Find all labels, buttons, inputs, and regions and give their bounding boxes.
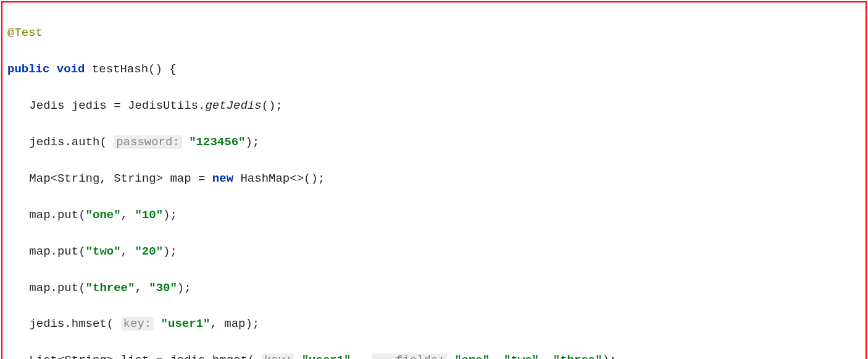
punct: ( <box>107 317 121 331</box>
punct: . <box>51 208 57 222</box>
punct: ); <box>163 245 177 258</box>
punct: , <box>351 353 372 359</box>
keyword-new: new <box>212 172 233 185</box>
type: Jedis <box>29 99 64 112</box>
punct: , <box>135 281 149 295</box>
var: map <box>29 281 50 295</box>
method-call: put <box>57 245 78 258</box>
var: list <box>121 353 149 359</box>
var: jedis <box>72 99 107 112</box>
code-editor-frame: @Test public void testHash() { Jedis jed… <box>1 1 867 359</box>
punct: . <box>205 353 212 359</box>
method-call: auth <box>72 135 100 149</box>
method-call: hmget <box>212 353 248 359</box>
annotation: @Test <box>7 26 43 40</box>
punct: . <box>198 99 205 112</box>
punct: ( <box>99 135 114 149</box>
var: jedis <box>29 317 64 331</box>
string-literal: "10" <box>135 208 163 222</box>
type: List<String> <box>29 353 114 359</box>
param-hint: password: <box>114 135 182 149</box>
string-literal: "user1" <box>161 317 211 331</box>
class-ref: JedisUtils <box>128 99 198 112</box>
punct: () { <box>148 62 177 76</box>
punct: = <box>114 99 128 112</box>
code-line: map.put("three", "30"); <box>7 279 861 297</box>
punct: ); <box>177 281 191 295</box>
code-line: map.put("one", "10"); <box>7 206 861 224</box>
keyword-public: public <box>7 62 49 76</box>
method-call: put <box>57 208 78 222</box>
punct: , <box>121 245 135 258</box>
punct: , <box>539 353 553 359</box>
param-hint: key: <box>262 353 295 359</box>
punct: , <box>210 317 224 331</box>
var: map <box>29 208 50 222</box>
var: map <box>29 245 50 258</box>
string-literal: "three" <box>553 353 603 359</box>
punct: , <box>490 353 504 359</box>
param-hint: key: <box>121 317 154 331</box>
punct: . <box>64 135 71 149</box>
code-line: Jedis jedis = JedisUtils.getJedis(); <box>7 97 861 115</box>
punct: ); <box>245 317 259 331</box>
param-hint: ...fields: <box>372 353 448 359</box>
code-line: List<String> list = jedis.hmget( key: "u… <box>7 352 861 359</box>
method-call: hmset <box>72 317 107 331</box>
punct: . <box>64 317 71 331</box>
punct: ( <box>78 281 85 295</box>
string-literal: "two" <box>504 353 539 359</box>
static-method: getJedis <box>205 99 261 112</box>
method-name: testHash <box>92 62 148 76</box>
string-literal: "two" <box>86 245 121 258</box>
string-literal: "user1" <box>302 353 351 359</box>
punct: ); <box>163 208 177 222</box>
punct: = <box>156 353 170 359</box>
var: map <box>224 317 245 331</box>
punct: . <box>51 245 57 258</box>
punct: ); <box>245 135 259 149</box>
string-literal: "123456" <box>189 135 245 149</box>
constructor: HashMap<>() <box>240 172 317 185</box>
string-literal: "one" <box>454 353 490 359</box>
string-literal: "three" <box>86 281 135 295</box>
punct: , <box>121 208 135 222</box>
punct: (); <box>262 99 283 112</box>
punct: ( <box>78 245 85 258</box>
keyword-void: void <box>57 62 85 76</box>
var: jedis <box>170 353 205 359</box>
var: map <box>170 172 191 185</box>
code-line: public void testHash() { <box>7 61 861 78</box>
code-line: jedis.auth( password: "123456"); <box>7 133 861 151</box>
punct: ( <box>248 353 262 359</box>
punct: ( <box>78 208 85 222</box>
punct: ); <box>603 353 617 359</box>
var: jedis <box>29 135 64 149</box>
method-call: put <box>57 281 78 295</box>
code-line: @Test <box>7 24 861 42</box>
code-line: Map<String, String> map = new HashMap<>(… <box>7 170 861 188</box>
string-literal: "20" <box>135 245 163 258</box>
punct: ; <box>318 172 325 185</box>
code-line: map.put("two", "20"); <box>7 243 861 261</box>
punct: . <box>51 281 57 295</box>
code-line: jedis.hmset( key: "user1", map); <box>7 315 861 333</box>
type: Map<String, String> <box>29 172 163 185</box>
string-literal: "30" <box>149 281 177 295</box>
punct: = <box>198 172 212 185</box>
string-literal: "one" <box>86 208 121 222</box>
